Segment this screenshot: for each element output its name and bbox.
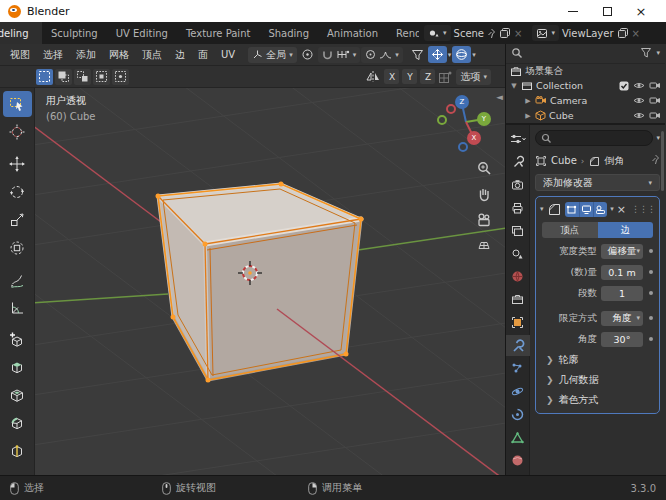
- expand-arrow-icon[interactable]: ▼: [510, 82, 518, 90]
- affect-vertices-button[interactable]: 顶点: [542, 222, 598, 238]
- collapse-arrow-icon[interactable]: ▶: [524, 112, 532, 120]
- tab-collection-properties[interactable]: [506, 289, 530, 310]
- affect-edges-button[interactable]: 边: [598, 222, 654, 238]
- menu-edge[interactable]: 边: [169, 44, 191, 65]
- perspective-toggle-button[interactable]: [474, 236, 494, 256]
- select-mode-extend-icon[interactable]: [55, 69, 72, 85]
- tab-material-properties[interactable]: [506, 450, 530, 471]
- overlays-dropdown-chevron[interactable]: ▾: [472, 51, 476, 59]
- viewlayer-browse-button[interactable]: ▾: [532, 25, 559, 41]
- menu-view[interactable]: 视图: [4, 44, 36, 65]
- remove-modifier-button[interactable]: ×: [617, 203, 626, 216]
- gizmo-z-negative[interactable]: [458, 142, 468, 152]
- tool-measure[interactable]: [3, 295, 32, 321]
- gizmo-x-axis[interactable]: X: [467, 131, 481, 145]
- new-scene-icon[interactable]: [499, 27, 511, 39]
- tab-render-properties[interactable]: [506, 174, 530, 195]
- tab-animation[interactable]: Animation: [318, 22, 387, 44]
- animate-dot[interactable]: [647, 270, 655, 274]
- zoom-button[interactable]: [474, 158, 494, 178]
- amount-field[interactable]: 0.1 m: [601, 265, 643, 280]
- select-mode-subtract-icon[interactable]: [74, 69, 91, 85]
- eye-icon[interactable]: [633, 96, 645, 105]
- checkbox-icon[interactable]: [619, 81, 629, 91]
- tool-move[interactable]: [3, 151, 32, 177]
- limit-method-dropdown[interactable]: 角度 ▾: [601, 311, 643, 326]
- properties-search-input[interactable]: [535, 130, 653, 146]
- width-type-dropdown[interactable]: 偏移量 ▾: [601, 244, 643, 259]
- pivot-point-dropdown[interactable]: [298, 46, 317, 63]
- mirror-x-button[interactable]: X: [384, 69, 399, 84]
- animate-dot[interactable]: [647, 337, 655, 341]
- select-mode-new-icon[interactable]: [36, 69, 53, 85]
- snap-symmetry-icon[interactable]: [438, 70, 453, 84]
- close-button[interactable]: ×: [624, 0, 658, 22]
- filter-funnel-icon[interactable]: [640, 47, 652, 59]
- show-gizmo-toggle[interactable]: [428, 46, 447, 63]
- maximize-button[interactable]: [590, 0, 624, 22]
- realtime-toggle[interactable]: [579, 202, 593, 217]
- edit-mode-toggle[interactable]: [565, 202, 579, 217]
- filter-dropdown-chevron[interactable]: ▾: [656, 49, 660, 57]
- show-overlays-toggle[interactable]: [452, 46, 471, 63]
- properties-options-chevron[interactable]: ▾: [656, 134, 660, 142]
- gizmo-y-axis[interactable]: Y: [477, 112, 491, 126]
- section-shading[interactable]: ❯ 着色方式: [540, 392, 655, 407]
- mirror-y-button[interactable]: Y: [402, 69, 417, 84]
- tab-tool-properties[interactable]: [506, 151, 530, 172]
- options-dropdown[interactable]: 选项 ▾: [456, 69, 491, 85]
- tab-constraint-properties[interactable]: [506, 404, 530, 425]
- menu-vertex[interactable]: 顶点: [136, 44, 168, 65]
- minimize-button[interactable]: [556, 0, 590, 22]
- tab-viewlayer-properties[interactable]: [506, 220, 530, 241]
- tool-transform[interactable]: [3, 235, 32, 261]
- breadcrumb-object[interactable]: Cube: [551, 155, 577, 166]
- tab-texture-paint[interactable]: Texture Paint: [177, 22, 260, 44]
- tab-output-properties[interactable]: [506, 197, 530, 218]
- scene-name[interactable]: Scene: [454, 28, 485, 39]
- collapse-arrow-icon[interactable]: ▶: [524, 97, 532, 105]
- outliner-cube-row[interactable]: ▶ Cube: [506, 108, 665, 123]
- tab-scene-properties[interactable]: [506, 243, 530, 264]
- tab-object-data-properties[interactable]: [506, 427, 530, 448]
- menu-add[interactable]: 添加: [70, 44, 102, 65]
- pin-icon[interactable]: [651, 154, 660, 165]
- angle-field[interactable]: 30°: [601, 332, 643, 347]
- modifier-extras-dropdown[interactable]: ▾: [610, 205, 614, 213]
- outliner-camera-row[interactable]: ▶ Camera: [506, 93, 665, 108]
- tab-object-properties[interactable]: [506, 312, 530, 333]
- outliner-collection-row[interactable]: ▼ Collection: [506, 79, 665, 94]
- segments-field[interactable]: 1: [601, 286, 643, 301]
- drag-handle-icon[interactable]: ⋮⋮⋮: [631, 204, 655, 214]
- snapping-group[interactable]: ▾: [318, 47, 361, 63]
- sidebar-collapse-arrow[interactable]: ◄: [496, 92, 503, 102]
- tool-add-cube[interactable]: [3, 327, 32, 353]
- new-viewlayer-icon[interactable]: [617, 27, 629, 39]
- tab-modifier-properties[interactable]: [506, 335, 530, 356]
- visibility-filter-dropdown[interactable]: [408, 46, 427, 63]
- tool-annotate[interactable]: [3, 267, 32, 293]
- breadcrumb-modifier[interactable]: 倒角: [604, 154, 624, 168]
- camera-restrict-icon[interactable]: [649, 111, 661, 120]
- tab-physics-properties[interactable]: [506, 381, 530, 402]
- gizmo-x-negative[interactable]: [446, 104, 456, 114]
- animate-dot[interactable]: [647, 249, 655, 253]
- menu-face[interactable]: 面: [192, 44, 214, 65]
- animate-dot[interactable]: [647, 316, 655, 320]
- tool-extrude-region[interactable]: [3, 355, 32, 381]
- transform-orientation-dropdown[interactable]: 全局 ▾: [248, 47, 297, 63]
- tab-rendering[interactable]: Rendering: [387, 22, 419, 44]
- eye-icon[interactable]: [633, 81, 645, 90]
- menu-select[interactable]: 选择: [37, 44, 69, 65]
- viewlayer-name[interactable]: ViewLayer: [562, 28, 614, 39]
- tab-shading[interactable]: Shading: [259, 22, 318, 44]
- menu-mesh[interactable]: 网格: [103, 44, 135, 65]
- section-geometry[interactable]: ❯ 几何数据: [540, 372, 655, 387]
- viewport-3d[interactable]: 用户透视 (60) Cube ◄ Z Y X: [0, 88, 505, 475]
- render-toggle[interactable]: [593, 202, 607, 217]
- tool-loop-cut[interactable]: [3, 439, 32, 465]
- scene-browse-button[interactable]: ▾: [424, 25, 451, 41]
- section-profile[interactable]: ❯ 轮廓: [540, 352, 655, 367]
- pan-button[interactable]: [474, 184, 494, 204]
- camera-restrict-icon[interactable]: [649, 96, 661, 105]
